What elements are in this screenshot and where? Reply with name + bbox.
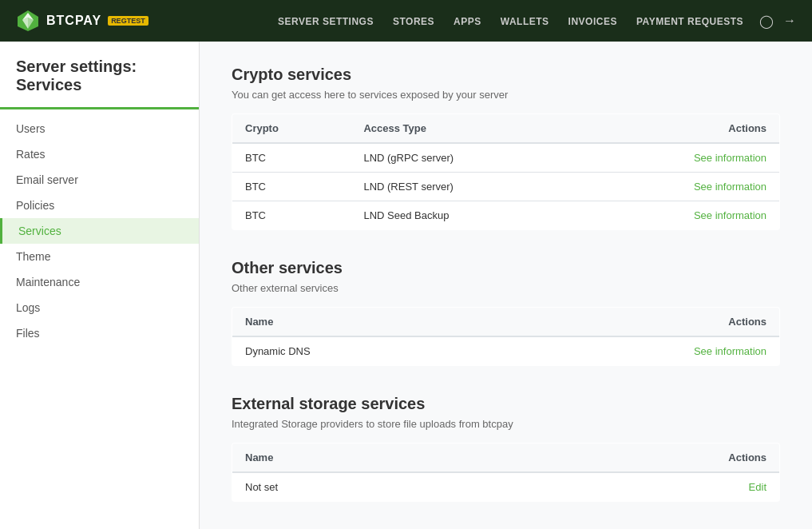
other-table-header-row: Name Actions xyxy=(232,308,780,337)
see-information-link-0[interactable]: See information xyxy=(694,152,766,164)
crypto-cell-btc-1: BTC xyxy=(232,173,351,201)
nav-wallets[interactable]: WALLETS xyxy=(501,16,549,27)
nav-apps[interactable]: APPS xyxy=(454,16,481,27)
sidebar-link-logs[interactable]: Logs xyxy=(0,295,199,320)
nav-server-settings[interactable]: SERVER SETTINGS xyxy=(278,16,374,27)
sidebar-item-logs[interactable]: Logs xyxy=(0,295,199,320)
access-type-cell-1: LND (REST server) xyxy=(351,173,582,201)
action-cell-1: See information xyxy=(582,173,779,201)
sidebar-link-policies[interactable]: Policies xyxy=(0,193,199,218)
nav-stores[interactable]: STORES xyxy=(393,16,434,27)
sidebar-link-users[interactable]: Users xyxy=(0,116,199,141)
sidebar-nav: Users Rates Email server Policies Servic… xyxy=(0,116,199,346)
other-action-cell-0: See information xyxy=(495,336,780,366)
col-access-type: Access Type xyxy=(351,114,582,144)
external-storage-title: External storage services xyxy=(232,395,780,413)
action-cell-0: See information xyxy=(582,143,779,173)
sidebar-item-email-server[interactable]: Email server xyxy=(0,167,199,193)
logo-area: BTCPAY REGTEST xyxy=(16,9,149,33)
other-services-title: Other services xyxy=(232,259,780,277)
external-storage-subtitle: Integrated Storage providers to store fi… xyxy=(232,418,780,430)
col-crypto: Crypto xyxy=(232,114,351,144)
other-see-information-link-0[interactable]: See information xyxy=(694,345,766,357)
sidebar-link-files[interactable]: Files xyxy=(0,320,199,346)
sidebar-item-files[interactable]: Files xyxy=(0,320,199,346)
other-name-cell-0: Dynamic DNS xyxy=(232,336,495,366)
col-actions: Actions xyxy=(582,114,779,144)
notification-icon[interactable]: ◯ xyxy=(759,14,774,29)
sidebar-link-maintenance[interactable]: Maintenance xyxy=(0,269,199,295)
other-services-subtitle: Other external services xyxy=(232,282,780,294)
sidebar-link-email-server[interactable]: Email server xyxy=(0,167,199,193)
external-storage-table: Name Actions Not set Edit xyxy=(232,443,780,502)
sidebar-item-rates[interactable]: Rates xyxy=(0,141,199,167)
see-information-link-1[interactable]: See information xyxy=(694,181,766,193)
nav-payment-requests[interactable]: PAYMENT REQUESTS xyxy=(636,16,743,27)
sidebar-link-theme[interactable]: Theme xyxy=(0,244,199,269)
col-name-other: Name xyxy=(232,308,495,337)
other-services-section: Other services Other external services N… xyxy=(232,259,780,366)
crypto-services-subtitle: You can get access here to services expo… xyxy=(232,89,780,101)
page-container: Server settings: Services Users Rates Em… xyxy=(0,42,812,529)
crypto-row-0: BTC LND (gRPC server) See information xyxy=(232,143,780,173)
sidebar-item-users[interactable]: Users xyxy=(0,116,199,141)
main-content: Crypto services You can get access here … xyxy=(200,42,812,529)
sidebar-item-services[interactable]: Services xyxy=(0,218,199,244)
sidebar-item-policies[interactable]: Policies xyxy=(0,193,199,218)
nav-invoices[interactable]: INVOICES xyxy=(568,16,617,27)
col-actions-storage: Actions xyxy=(494,443,779,473)
crypto-services-section: Crypto services You can get access here … xyxy=(232,66,780,230)
crypto-table-header-row: Crypto Access Type Actions xyxy=(232,114,780,144)
page-title: Server settings: Services xyxy=(0,58,199,109)
other-services-table: Name Actions Dynamic DNS See information xyxy=(232,307,780,366)
sidebar: Server settings: Services Users Rates Em… xyxy=(0,42,200,529)
sidebar-item-theme[interactable]: Theme xyxy=(0,244,199,269)
storage-name-cell-0: Not set xyxy=(232,472,495,502)
sidebar-link-services[interactable]: Services xyxy=(0,218,199,244)
access-type-cell-2: LND Seed Backup xyxy=(351,201,582,230)
storage-action-cell-0: Edit xyxy=(494,472,779,502)
crypto-row-2: BTC LND Seed Backup See information xyxy=(232,201,780,230)
other-row-0: Dynamic DNS See information xyxy=(232,336,780,366)
logo-text: BTCPAY xyxy=(46,14,101,28)
external-storage-section: External storage services Integrated Sto… xyxy=(232,395,780,502)
header: BTCPAY REGTEST SERVER SETTINGS STORES AP… xyxy=(0,0,812,42)
storage-row-0: Not set Edit xyxy=(232,472,780,502)
btcpay-logo-icon xyxy=(16,9,40,33)
sidebar-item-maintenance[interactable]: Maintenance xyxy=(0,269,199,295)
crypto-services-table: Crypto Access Type Actions BTC LND (gRPC… xyxy=(232,113,780,230)
storage-edit-link-0[interactable]: Edit xyxy=(749,481,766,493)
crypto-cell-btc-0: BTC xyxy=(232,143,351,173)
crypto-cell-btc-2: BTC xyxy=(232,201,351,230)
main-nav: SERVER SETTINGS STORES APPS WALLETS INVO… xyxy=(278,14,743,27)
see-information-link-2[interactable]: See information xyxy=(694,209,766,221)
access-type-cell-0: LND (gRPC server) xyxy=(351,143,582,173)
col-name-storage: Name xyxy=(232,443,495,473)
header-icons: ◯ → xyxy=(759,14,796,29)
crypto-services-title: Crypto services xyxy=(232,66,780,84)
regtest-badge: REGTEST xyxy=(108,16,149,26)
action-cell-2: See information xyxy=(582,201,779,230)
storage-table-header-row: Name Actions xyxy=(232,443,780,473)
crypto-row-1: BTC LND (REST server) See information xyxy=(232,173,780,201)
col-actions-other: Actions xyxy=(495,308,780,337)
sidebar-link-rates[interactable]: Rates xyxy=(0,141,199,167)
logout-icon[interactable]: → xyxy=(783,14,796,28)
